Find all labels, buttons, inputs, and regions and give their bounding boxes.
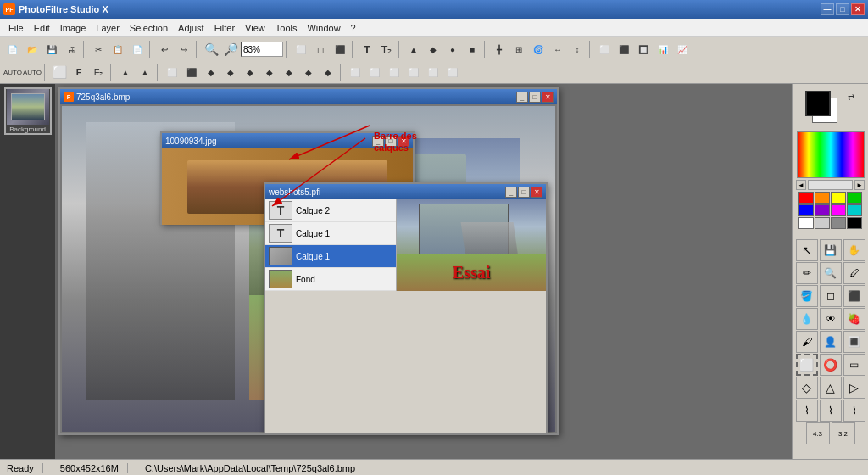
tb2-b3[interactable]: ◆ [202, 63, 220, 81]
palette-scroll-left[interactable]: ◄ [796, 180, 806, 190]
tb2-c1[interactable]: ⬜ [346, 63, 364, 81]
tool-fill[interactable]: 🪣 [796, 285, 818, 307]
swatch-blue[interactable] [798, 204, 814, 216]
canvas-area[interactable]: P 725q3al6.bmp _ □ ✕ [55, 84, 792, 459]
tb2-b8[interactable]: ◆ [299, 63, 318, 81]
pfi-minimize-btn[interactable]: _ [505, 187, 517, 198]
menu-file[interactable]: File [3, 21, 29, 35]
tb2-b9[interactable]: ◆ [319, 63, 337, 81]
tb2-b7[interactable]: ◆ [280, 63, 298, 81]
color-spectrum[interactable] [797, 131, 865, 178]
maximize-button[interactable]: □ [836, 3, 849, 15]
tb2-c5[interactable]: ⬜ [424, 63, 442, 81]
tb-table[interactable]: ⊞ [509, 40, 528, 59]
swatch-yellow[interactable] [831, 192, 846, 204]
menu-edit[interactable]: Edit [29, 21, 55, 35]
swatch-white[interactable] [798, 217, 814, 229]
main-doc-title-bar[interactable]: P 725q3al6.bmp _ □ ✕ [60, 89, 557, 104]
palette-scroll-right[interactable]: ► [854, 180, 865, 190]
tb-text[interactable]: T [358, 40, 376, 59]
tool-poly[interactable]: ⌇ [820, 400, 842, 422]
tool-rect-select[interactable]: ⬜ [796, 354, 818, 376]
swatch-magenta[interactable] [831, 204, 846, 216]
tb2-auto1[interactable]: AUTO [3, 63, 22, 81]
doc-minimize-btn[interactable]: _ [516, 92, 528, 103]
tb-redo[interactable]: ↪ [175, 40, 193, 59]
tool-drop[interactable]: 💧 [796, 308, 818, 330]
menu-layer[interactable]: Layer [91, 21, 125, 35]
menu-adjust[interactable]: Adjust [173, 21, 209, 35]
swatch-purple[interactable] [815, 204, 830, 216]
layer-row-fond[interactable]: Fond [265, 268, 396, 291]
tb-cut[interactable]: ✂ [89, 40, 108, 59]
menu-selection[interactable]: Selection [125, 21, 173, 35]
menu-image[interactable]: Image [55, 21, 92, 35]
tb-paste[interactable]: 📄 [128, 40, 147, 59]
tb-print[interactable]: 🖨 [62, 40, 81, 59]
tb2-b5[interactable]: ◆ [241, 63, 259, 81]
tb-circle[interactable]: ● [443, 40, 462, 59]
tool-select2[interactable]: 🔳 [843, 331, 865, 353]
tool-zoom[interactable]: 🔍 [820, 262, 842, 284]
pfi-restore-btn[interactable]: □ [518, 187, 530, 198]
tb2-f2[interactable]: F₂ [89, 63, 108, 81]
menu-tools[interactable]: Tools [270, 21, 303, 35]
swatch-green[interactable] [847, 192, 862, 204]
doc-close-btn[interactable]: ✕ [542, 92, 554, 103]
tb2-rect[interactable]: ⬜ [50, 63, 69, 81]
tool-lasso[interactable]: ⌇ [796, 400, 818, 422]
tb2-b4[interactable]: ◆ [221, 63, 240, 81]
tb2-b6[interactable]: ◆ [260, 63, 279, 81]
pfi-close-btn[interactable]: ✕ [531, 187, 542, 198]
tb-effect5[interactable]: 📈 [673, 40, 692, 59]
tool-eraser[interactable]: ◻ [820, 285, 842, 307]
window-controls[interactable]: — □ ✕ [821, 3, 865, 15]
tb-diamond[interactable]: ◆ [424, 40, 442, 59]
tb-invert[interactable]: ⬛ [331, 40, 349, 59]
swap-colors-icon[interactable]: ⇄ [848, 92, 854, 102]
tool-arrow[interactable]: ▷ [843, 377, 865, 399]
tool-tri[interactable]: △ [820, 377, 842, 399]
tb-effect2[interactable]: ⬛ [615, 40, 633, 59]
filmstrip-item[interactable]: Background [4, 87, 52, 135]
tb2-c2[interactable]: ⬜ [365, 63, 384, 81]
tool-ellipse[interactable]: ⭕ [820, 354, 842, 376]
swatch-black[interactable] [847, 217, 862, 229]
tb2-tr1[interactable]: ▲ [116, 63, 135, 81]
tool-pencil[interactable]: ✏ [796, 262, 818, 284]
tb-triangle[interactable]: ▲ [404, 40, 423, 59]
tb-copy[interactable]: 📋 [108, 40, 127, 59]
tool-diamond2[interactable]: ◇ [796, 377, 818, 399]
layer-row-calque1b[interactable]: Calque 1 [265, 245, 396, 268]
main-doc-controls[interactable]: _ □ ✕ [516, 92, 554, 103]
menu-window[interactable]: Window [302, 21, 345, 35]
tb-undo[interactable]: ↩ [155, 40, 174, 59]
tb-save[interactable]: 💾 [42, 40, 61, 59]
tb-effect4[interactable]: 📊 [654, 40, 672, 59]
tb-zoom-in[interactable]: 🔎 [221, 40, 240, 59]
pfi-doc-controls[interactable]: _ □ ✕ [505, 187, 542, 198]
swatch-ltgray[interactable] [815, 217, 830, 229]
tb2-b1[interactable]: ⬜ [163, 63, 181, 81]
tool-eye[interactable]: 👁 [820, 308, 842, 330]
menu-filter[interactable]: Filter [209, 21, 240, 35]
tool-brush[interactable]: 🖊 [843, 262, 865, 284]
tb2-b2[interactable]: ⬛ [182, 63, 201, 81]
menu-help[interactable]: ? [346, 21, 361, 35]
tool-ratio2[interactable]: 3:2 [832, 422, 855, 444]
tool-face[interactable]: 👤 [820, 331, 842, 353]
tb-spiral[interactable]: 🌀 [529, 40, 548, 59]
tool-paint[interactable]: 🖌 [796, 331, 818, 353]
close-button[interactable]: ✕ [851, 3, 865, 15]
tb-new[interactable]: 📄 [3, 40, 22, 59]
doc-maximize-btn[interactable]: □ [529, 92, 541, 103]
tool-magic[interactable]: ⌇ [843, 400, 865, 422]
tb2-c6[interactable]: ⬜ [443, 63, 462, 81]
main-color-selector[interactable]: ⇄ [805, 91, 856, 128]
tb2-tr2[interactable]: ▲ [136, 63, 154, 81]
tb2-f1[interactable]: F [70, 63, 88, 81]
swatch-gray[interactable] [831, 217, 846, 229]
tb-text2[interactable]: T₂ [377, 40, 396, 59]
menu-view[interactable]: View [240, 21, 270, 35]
tb2-auto2[interactable]: AUTO [23, 63, 42, 81]
